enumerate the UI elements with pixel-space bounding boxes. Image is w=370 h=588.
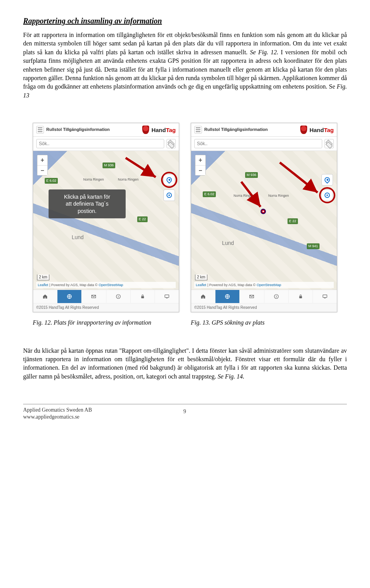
footer-company-name: Applied Geomatics Sweden AB (23, 407, 92, 414)
svg-rect-18 (324, 298, 326, 298)
brand-part1: Hand (151, 127, 166, 133)
section-heading: Rapportering och insamling av informatio… (23, 15, 347, 26)
crest-icon (300, 126, 307, 134)
zoom-out-button[interactable]: − (195, 165, 205, 175)
svg-rect-8 (166, 298, 168, 298)
zoom-out-button[interactable]: − (37, 165, 47, 175)
svg-rect-6 (141, 296, 144, 298)
gps-button[interactable] (321, 189, 333, 201)
brand-logo: HandTag (151, 126, 176, 134)
map-canvas[interactable]: M 936 E 6.02 E 22 Norra Ringen Norra Rin… (33, 151, 179, 290)
nav-lock[interactable] (131, 290, 155, 303)
tooltip-line1: Klicka på kartan för (54, 193, 120, 200)
leaflet-link[interactable]: Leaflet (38, 283, 48, 288)
app-header-title: Rullstol Tillgängligsinformation (204, 127, 298, 132)
layers-icon[interactable] (166, 139, 176, 148)
pin-button[interactable] (321, 174, 333, 186)
road-label-m936: M 936 (245, 172, 258, 178)
target-icon (166, 193, 172, 198)
nav-mail[interactable] (240, 290, 264, 303)
road-label-e602: E 6.02 (45, 178, 58, 184)
pin-button[interactable] (163, 174, 175, 186)
map-side-buttons (321, 174, 333, 201)
map-canvas[interactable]: M 936 E 6.02 E 22 M 941 Norra Ringen Nor… (191, 151, 337, 290)
brand-part2: Tag (324, 127, 334, 133)
caption-fig13: Fig. 13. GPS sökning av plats (191, 318, 337, 327)
figures-row: Rullstol Tillgängligsinformation HandTag… (23, 123, 347, 327)
leaflet-link[interactable]: Leaflet (196, 283, 206, 288)
tooltip-line2: att definiera Tag´s (54, 200, 120, 207)
nav-lock[interactable] (289, 290, 313, 303)
nav-home[interactable] (191, 290, 215, 303)
nav-mail[interactable] (82, 290, 106, 303)
target-icon (325, 193, 330, 198)
map-attribution: Leaflet | Powered by AGS, Map data © Ope… (194, 282, 334, 288)
tooltip-line3: postion. (54, 208, 120, 214)
road-label-m936: M 936 (103, 162, 115, 168)
nav-globe[interactable] (57, 290, 82, 303)
nav-info[interactable] (264, 290, 289, 303)
fig14-ref: Se Fig. 14. (218, 373, 244, 380)
nav-desktop[interactable] (155, 290, 179, 303)
zoom-in-button[interactable]: + (37, 155, 47, 165)
footer-separator (23, 404, 347, 404)
map-side-buttons (163, 174, 175, 201)
svg-rect-17 (323, 295, 327, 298)
city-label-lund: Lund (72, 234, 84, 241)
search-bar (191, 137, 337, 151)
page-number: 9 (92, 408, 278, 415)
zoom-in-button[interactable]: + (195, 155, 205, 165)
svg-line-0 (126, 158, 156, 177)
map-tooltip: Klicka på kartan för att definiera Tag´s… (49, 189, 126, 218)
osm-link[interactable]: OpenStreetMap (257, 283, 281, 288)
svg-line-9 (280, 162, 318, 193)
pin-icon (323, 176, 331, 184)
brand-part1: Hand (309, 127, 324, 133)
road-label-e602: E 6.02 (203, 191, 216, 197)
svg-rect-16 (299, 296, 302, 298)
city-label-lund: Lund (222, 240, 234, 247)
search-input[interactable] (194, 139, 322, 148)
figure-13: Rullstol Tillgängligsinformation HandTag… (191, 123, 337, 327)
svg-rect-5 (118, 295, 118, 296)
page-footer: Applied Geomatics Sweden AB www.appliedg… (23, 407, 347, 420)
osm-link[interactable]: OpenStreetMap (99, 283, 123, 288)
bottom-nav (33, 290, 179, 303)
gps-button[interactable] (163, 189, 175, 201)
layers-icon[interactable] (325, 139, 334, 148)
attrib-mid: | Powered by AGS, Map data © (207, 283, 256, 288)
footer-company-url: www.appliedgeomatics.se (23, 414, 92, 420)
brand-logo: HandTag (309, 126, 334, 134)
app-header: Rullstol Tillgängligsinformation HandTag (33, 123, 179, 137)
crest-icon (142, 126, 149, 134)
menu-icon[interactable] (36, 126, 44, 134)
fig12-ref: Se Fig. 12. (250, 49, 279, 55)
nav-desktop[interactable] (313, 290, 337, 303)
label-norra-ringen: Norra Ringen (234, 193, 254, 198)
svg-rect-4 (118, 296, 118, 298)
bottom-nav (191, 290, 337, 303)
app-copyright: ©2015 HandTag All Rights Reserved (33, 303, 179, 312)
scale-bar: 2 km (195, 275, 207, 280)
search-input[interactable] (36, 139, 164, 148)
road-label-e22: E 22 (137, 216, 148, 222)
figure-12: Rullstol Tillgängligsinformation HandTag… (33, 123, 179, 327)
app-copyright: ©2015 HandTag All Rights Reserved (191, 303, 337, 312)
svg-rect-7 (165, 295, 169, 298)
menu-icon[interactable] (194, 126, 202, 134)
attrib-mid: | Powered by AGS, Map data © (49, 283, 98, 288)
footer-company: Applied Geomatics Sweden AB www.appliedg… (23, 407, 92, 420)
para2-text: När du klickar på kartan öppnas rutan "R… (23, 347, 347, 380)
nav-info[interactable] (106, 290, 131, 303)
map-attribution: Leaflet | Powered by AGS, Map data © Ope… (36, 282, 176, 288)
paragraph-2: När du klickar på kartan öppnas rutan "R… (23, 347, 347, 381)
phone-mockup-right: Rullstol Tillgängligsinformation HandTag… (191, 123, 337, 312)
label-norra-ringen-2: Norra Ringen (268, 193, 289, 198)
app-header: Rullstol Tillgängligsinformation HandTag (191, 123, 337, 137)
nav-globe[interactable] (215, 290, 240, 303)
nav-home[interactable] (33, 290, 57, 303)
gps-marker-icon (261, 209, 266, 214)
pin-icon (165, 176, 173, 184)
zoom-control: + − (37, 155, 48, 176)
road-label-e22: E 22 (288, 218, 298, 224)
